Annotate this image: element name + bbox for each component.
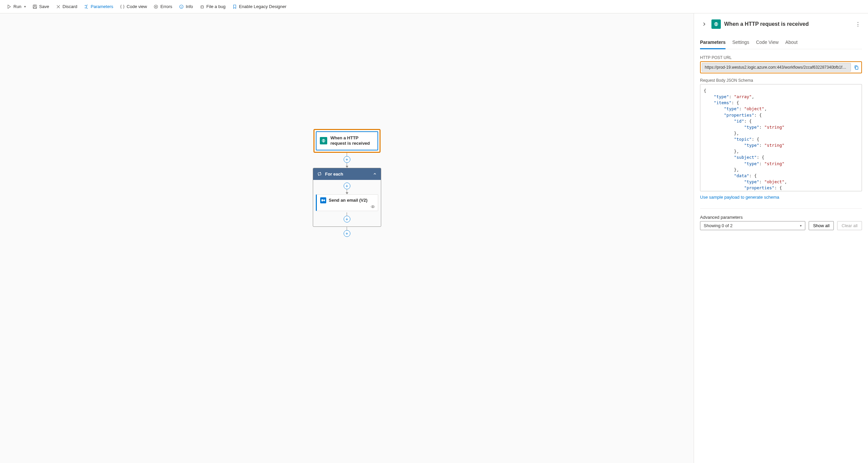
play-icon (7, 4, 11, 9)
fileabug-label: File a bug (207, 4, 226, 9)
arrow-down-icon (346, 166, 348, 168)
add-step-button[interactable]: + (344, 183, 350, 189)
tab-codeview[interactable]: Code View (756, 37, 778, 49)
legacy-button[interactable]: Enable Legacy Designer (230, 2, 289, 11)
errors-label: Errors (160, 4, 172, 9)
chevron-down-icon: ▾ (24, 5, 26, 8)
save-label: Save (39, 4, 49, 9)
workflow: When a HTTP request is received + For ea… (313, 129, 380, 237)
legacy-label: Enable Legacy Designer (239, 4, 287, 9)
action-title: Send an email (V2) (329, 198, 368, 203)
showall-button[interactable]: Show all (809, 221, 834, 230)
outlook-icon (320, 197, 326, 203)
parameters-label: Parameters (91, 4, 113, 9)
add-step-button[interactable]: + (344, 156, 350, 163)
adv-params-label: Advanced parameters (700, 215, 862, 220)
toolbar: Run ▾ Save Discard Parameters Code view … (0, 0, 868, 13)
http-trigger-icon (711, 20, 721, 29)
run-label: Run (13, 4, 22, 9)
discard-label: Discard (63, 4, 78, 9)
foreach-header[interactable]: For each (313, 168, 381, 180)
add-step-button[interactable]: + (344, 216, 350, 223)
panel-title: When a HTTP request is received (724, 21, 850, 27)
svg-point-5 (201, 6, 203, 8)
bookmark-icon (232, 4, 237, 9)
info-label: Info (186, 4, 193, 9)
schema-label: Request Body JSON Schema (700, 78, 862, 83)
braces-icon (120, 4, 125, 9)
url-label: HTTP POST URL (700, 55, 862, 60)
save-icon (33, 4, 37, 9)
tab-parameters[interactable]: Parameters (700, 37, 725, 49)
url-input[interactable]: https://prod-19.westus2.logic.azure.com:… (702, 63, 851, 72)
save-button[interactable]: Save (30, 2, 52, 11)
svg-rect-2 (33, 7, 36, 8)
codeview-label: Code view (127, 4, 147, 9)
foreach-node[interactable]: For each + Send (313, 168, 381, 227)
info-button[interactable]: Info (176, 2, 196, 11)
codeview-button[interactable]: Code view (117, 2, 150, 11)
chevron-up-icon[interactable] (373, 172, 377, 176)
add-step-button[interactable]: + (344, 230, 350, 237)
designer-canvas[interactable]: When a HTTP request is received + For ea… (0, 13, 694, 463)
divider (700, 208, 862, 209)
connector: + (313, 153, 380, 168)
http-trigger-icon (320, 137, 327, 144)
action-node[interactable]: Send an email (V2) (316, 194, 378, 211)
schema-editor[interactable]: { "type": "array", "items": { "type": "o… (700, 84, 862, 191)
svg-rect-7 (321, 199, 323, 201)
copy-button[interactable] (853, 64, 860, 71)
run-button[interactable]: Run ▾ (4, 2, 29, 11)
error-icon (154, 4, 158, 9)
tab-settings[interactable]: Settings (732, 37, 749, 49)
view-icon[interactable] (370, 205, 375, 209)
chevron-down-icon: ▾ (800, 224, 802, 228)
close-icon (56, 4, 61, 9)
parameters-button[interactable]: Parameters (82, 2, 116, 11)
tab-about[interactable]: About (785, 37, 798, 49)
info-icon (179, 4, 184, 9)
errors-button[interactable]: Errors (151, 2, 175, 11)
details-panel: When a HTTP request is received ⋮ Parame… (694, 13, 868, 463)
url-row: https://prod-19.westus2.logic.azure.com:… (700, 61, 862, 73)
svg-rect-10 (855, 66, 858, 69)
loop-icon (317, 171, 322, 176)
sample-payload-link[interactable]: Use sample payload to generate schema (700, 195, 862, 200)
more-button[interactable]: ⋮ (854, 20, 862, 29)
discard-button[interactable]: Discard (53, 2, 80, 11)
tabs: Parameters Settings Code View About (700, 37, 862, 49)
trigger-node[interactable]: When a HTTP request is received (313, 129, 380, 153)
adv-params-select[interactable]: Showing 0 of 2 ▾ (700, 221, 805, 230)
fileabug-button[interactable]: File a bug (197, 2, 228, 11)
parameters-icon (84, 4, 89, 9)
foreach-title: For each (325, 171, 343, 176)
svg-point-8 (372, 206, 373, 207)
svg-rect-1 (34, 5, 35, 6)
collapse-panel-button[interactable] (700, 20, 708, 28)
clearall-button: Clear all (837, 221, 862, 230)
trigger-title: When a HTTP request is received (331, 135, 374, 146)
arrow-down-icon (346, 192, 348, 194)
bug-icon (200, 4, 205, 9)
adv-select-value: Showing 0 of 2 (704, 223, 733, 228)
